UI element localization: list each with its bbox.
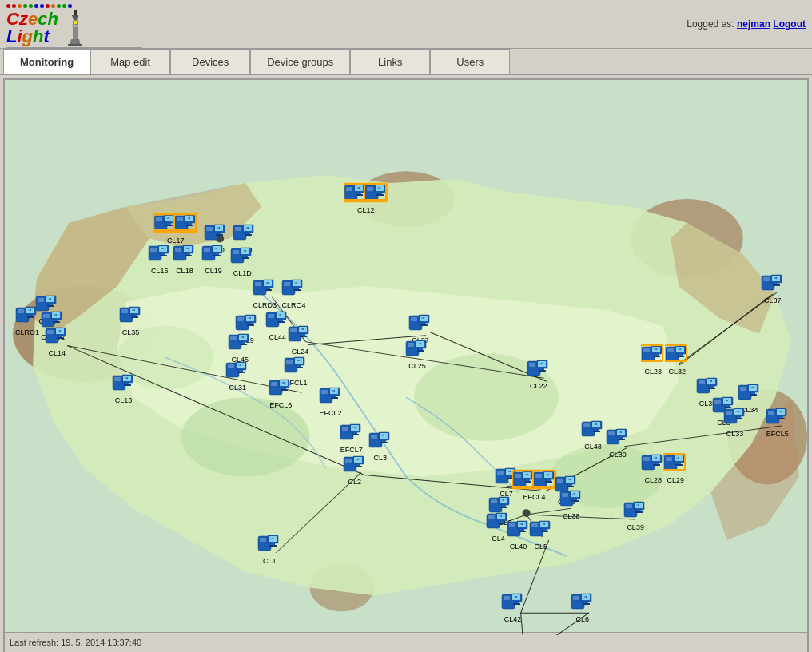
svg-rect-334 bbox=[355, 466, 362, 467]
nav-tab-devices[interactable]: Devices bbox=[170, 49, 250, 74]
device-label-CL32: CL32 bbox=[669, 368, 687, 376]
svg-rect-381 bbox=[509, 523, 515, 527]
device-node-CLRO1[interactable]: CLRO1 bbox=[15, 303, 39, 336]
nav-tab-map-edit[interactable]: Map edit bbox=[90, 49, 170, 74]
svg-rect-360 bbox=[557, 479, 563, 483]
device-node-CLRO4[interactable]: CLRO4 bbox=[281, 276, 305, 309]
device-icon-CL44 bbox=[265, 308, 289, 332]
device-label-CLRO1: CLRO1 bbox=[15, 328, 39, 336]
device-node-EFCL5[interactable]: EFCL5 bbox=[766, 404, 790, 438]
device-node-CL23[interactable]: CL23 bbox=[641, 342, 665, 376]
svg-rect-173 bbox=[268, 314, 274, 318]
device-label-CL4: CL4 bbox=[492, 535, 505, 543]
device-node-EFCL7[interactable]: EFCL7 bbox=[340, 420, 364, 454]
svg-rect-386 bbox=[519, 531, 526, 532]
device-node-CL24[interactable]: CL24 bbox=[288, 322, 312, 356]
svg-rect-58 bbox=[156, 217, 162, 221]
device-node-CL29[interactable]: CL29 bbox=[663, 451, 687, 484]
main-content: CL12CL17CL20CL11CL16CL18CL19CL1DCL35CL45… bbox=[3, 78, 809, 652]
device-node-CL5[interactable]: CL5 bbox=[529, 517, 553, 551]
device-icon-EFCL7 bbox=[340, 420, 364, 445]
device-node-CL33[interactable]: CL33 bbox=[723, 404, 747, 438]
lighthouse-icon bbox=[63, 9, 87, 47]
svg-rect-445 bbox=[573, 596, 579, 600]
device-node-CL38[interactable]: CL38 bbox=[559, 487, 583, 520]
svg-rect-301 bbox=[583, 423, 590, 427]
svg-rect-431 bbox=[260, 538, 266, 542]
svg-rect-152 bbox=[255, 282, 261, 286]
device-node-CL40[interactable]: CL40 bbox=[507, 517, 531, 551]
svg-rect-313 bbox=[618, 439, 625, 440]
device-label-CL28: CL28 bbox=[644, 476, 662, 484]
device-node-CL44[interactable]: CL44 bbox=[265, 308, 289, 341]
device-node-CL18[interactable]: CL18 bbox=[173, 241, 197, 275]
device-node-CL42[interactable]: CL42 bbox=[501, 590, 525, 623]
nav-tab-device-groups[interactable]: Device groups bbox=[250, 49, 350, 74]
device-icon-CL10 bbox=[230, 244, 254, 268]
device-icon-CL16 bbox=[148, 241, 172, 266]
svg-rect-343 bbox=[515, 474, 521, 478]
device-node-CL22[interactable]: CL22 bbox=[527, 356, 551, 390]
device-node-CL32[interactable]: CL32 bbox=[665, 342, 689, 376]
svg-rect-395 bbox=[562, 493, 568, 497]
device-node-CL12[interactable]: CL12 bbox=[344, 181, 388, 214]
device-node-CL1[interactable]: CL1 bbox=[257, 531, 281, 565]
nav-tab-monitoring[interactable]: Monitoring bbox=[3, 49, 90, 74]
device-label-CL44: CL44 bbox=[269, 333, 287, 341]
device-label-EFCL4: EFCL4 bbox=[523, 493, 546, 501]
svg-rect-400 bbox=[571, 500, 579, 502]
device-node-CL43[interactable]: CL43 bbox=[581, 417, 605, 451]
svg-rect-416 bbox=[666, 457, 672, 461]
device-node-CLRD3[interactable]: CLRD3 bbox=[253, 276, 277, 309]
device-node-EFCL2[interactable]: EFCL2 bbox=[319, 384, 343, 417]
device-label-CL25: CL25 bbox=[408, 362, 426, 370]
svg-rect-87 bbox=[245, 234, 252, 236]
svg-rect-5 bbox=[68, 44, 82, 46]
device-label-CL19: CL19 bbox=[205, 267, 222, 275]
logout-link[interactable]: Logout bbox=[773, 18, 806, 30]
nav-tab-users[interactable]: Users bbox=[430, 49, 510, 74]
device-node-CL30[interactable]: CL30 bbox=[606, 425, 630, 459]
device-icon-CL3 bbox=[368, 428, 392, 453]
svg-rect-379 bbox=[498, 523, 505, 524]
svg-rect-75 bbox=[206, 227, 213, 231]
nav-tab-links[interactable]: Links bbox=[350, 49, 430, 74]
device-icon-EFCL1 bbox=[284, 353, 308, 378]
device-node-CL28[interactable]: CL28 bbox=[641, 451, 665, 484]
device-node-CL25[interactable]: CL25 bbox=[405, 336, 429, 370]
device-node-CL37[interactable]: CL37 bbox=[761, 271, 785, 304]
device-node-CL2[interactable]: CL2 bbox=[343, 452, 367, 486]
svg-rect-6 bbox=[74, 21, 77, 24]
device-node-CL10[interactable]: CL1D bbox=[230, 244, 254, 277]
header: Czech Light monitoring Logged as: bbox=[0, 0, 812, 48]
username-link[interactable]: nejman bbox=[737, 18, 770, 30]
svg-rect-421 bbox=[675, 464, 683, 466]
device-node-EFCL6[interactable]: EFCL6 bbox=[269, 376, 293, 409]
svg-rect-438 bbox=[504, 596, 510, 600]
device-node-CL35[interactable]: CL35 bbox=[119, 303, 143, 336]
device-icon-CL23 bbox=[641, 342, 665, 367]
svg-rect-150 bbox=[57, 337, 64, 339]
svg-rect-241 bbox=[539, 370, 546, 372]
device-node-CL16[interactable]: CL16 bbox=[148, 241, 172, 275]
device-node-CL31[interactable]: CL31 bbox=[225, 358, 249, 392]
map-container[interactable]: CL12CL17CL20CL11CL16CL18CL19CL1DCL35CL45… bbox=[5, 80, 807, 635]
svg-rect-220 bbox=[331, 397, 338, 399]
device-node-CL3[interactable]: CL3 bbox=[368, 428, 392, 462]
device-label-CL12: CL12 bbox=[357, 206, 375, 214]
device-node-EFCL4[interactable]: EFCL4 bbox=[512, 467, 557, 501]
device-node-CL39[interactable]: CL39 bbox=[623, 498, 647, 531]
svg-rect-409 bbox=[643, 457, 650, 461]
svg-rect-308 bbox=[608, 431, 615, 435]
device-label-EFCL2: EFCL2 bbox=[320, 409, 342, 417]
device-node-CL19[interactable]: CL19 bbox=[201, 241, 225, 275]
svg-rect-82 bbox=[235, 227, 241, 231]
device-node-CL13[interactable]: CL13 bbox=[112, 371, 136, 404]
device-node-CL6[interactable]: CL6 bbox=[571, 590, 595, 623]
device-node-CL14[interactable]: CL14 bbox=[45, 324, 69, 357]
svg-rect-287 bbox=[726, 411, 732, 415]
device-icon-CL13 bbox=[112, 371, 136, 396]
device-icon-CL29 bbox=[663, 451, 687, 475]
device-label-CL38: CL38 bbox=[563, 512, 580, 520]
device-node-CL17[interactable]: CL17 bbox=[153, 211, 198, 245]
